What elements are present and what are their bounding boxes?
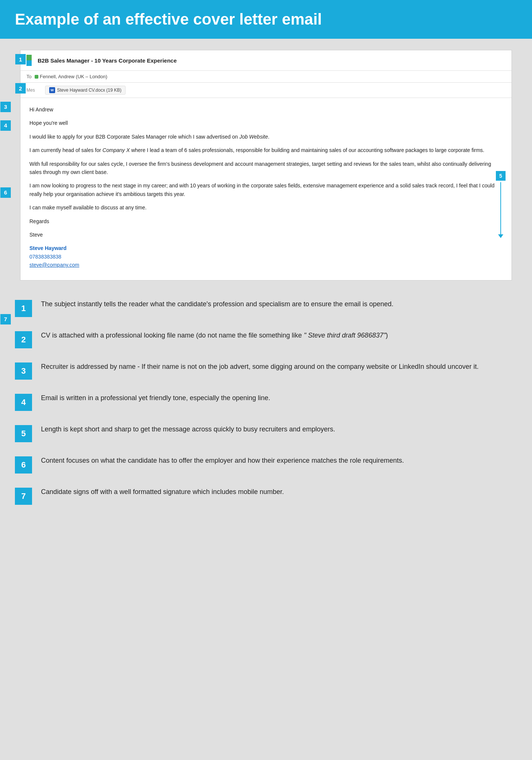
email-body: 3 Hi Andrew 4 Hope you're well I would l… <box>20 98 512 280</box>
email-para2: I am currently head of sales for Company… <box>29 146 503 154</box>
tip-item-7: 7 Candidate signs off with a well format… <box>15 487 517 505</box>
badge-5: 5 <box>496 171 506 181</box>
email-para4: I am now looking to progress to the next… <box>29 181 503 198</box>
tip-number-4: 4 <box>15 394 32 411</box>
recipient-dot <box>35 75 38 79</box>
word-icon: W <box>49 87 55 93</box>
tip-text-4: Email is written in a professional yet f… <box>41 393 270 403</box>
tip-number-1: 1 <box>15 300 32 317</box>
sig-phone: 07838383838 <box>29 253 503 261</box>
sig-name: Steve Hayward <box>29 244 503 252</box>
tip-number-6: 6 <box>15 456 32 474</box>
badge-6: 6 <box>0 187 11 198</box>
main-content: 1 B2B Sales Manager - 10 Years Corporate… <box>0 39 532 544</box>
recipient-name: Fennell, Andrew (UK – London) <box>40 74 107 79</box>
tip-item-6: 6 Content focuses on what the candidate … <box>15 456 517 474</box>
badge-4: 4 <box>0 120 11 131</box>
tip-text-5: Length is kept short and sharp to get th… <box>41 424 335 434</box>
email-signature: Steve Hayward 07838383838 steve@company.… <box>29 244 503 269</box>
tip-number-3: 3 <box>15 362 32 380</box>
tip-number-2: 2 <box>15 331 32 348</box>
email-to-row: To Fennell, Andrew (UK – London) <box>20 71 512 83</box>
tip-text-3: Recruiter is addressed by name - If thei… <box>41 362 479 372</box>
email-subject-row: B2B Sales Manager - 10 Years Corporate E… <box>20 50 512 71</box>
attachment-label: Mes <box>26 88 41 93</box>
email-attachment-row: Mes W Steve Hayward CV.docx (19 KB) <box>20 83 512 98</box>
email-greeting: Hi Andrew <box>29 105 503 114</box>
tip-text-1: The subject instantly tells the reader w… <box>41 299 393 309</box>
tip-number-7: 7 <box>15 488 32 505</box>
page-header: Example of an effective cover letter ema… <box>0 0 532 39</box>
badge-2: 2 <box>15 83 26 94</box>
attachment-filename: Steve Hayward CV.docx (19 KB) <box>57 88 121 93</box>
email-para5: I can make myself available to discuss a… <box>29 203 503 212</box>
scroll-arrow <box>498 234 503 238</box>
email-regards: Regards <box>29 217 503 225</box>
email-app-icon <box>26 55 32 66</box>
tip-item-2: 2 CV is attached with a professional loo… <box>15 330 517 348</box>
email-opening: Hope you're well <box>29 119 503 127</box>
scroll-line <box>500 182 501 234</box>
email-subject: B2B Sales Manager - 10 Years Corporate E… <box>38 57 177 64</box>
badge-3: 3 <box>0 102 11 112</box>
scroll-indicator: 5 <box>496 171 506 238</box>
tip-text-2: CV is attached with a professional looki… <box>41 330 388 341</box>
page-title: Example of an effective cover letter ema… <box>15 10 517 28</box>
tips-section: 1 The subject instantly tells the reader… <box>15 295 517 533</box>
tip-text-6: Content focuses on what the candidate ha… <box>41 456 404 466</box>
tip-text-7: Candidate signs off with a well formatte… <box>41 487 284 497</box>
sig-email: steve@company.com <box>29 261 503 269</box>
attachment-chip: W Steve Hayward CV.docx (19 KB) <box>45 86 126 95</box>
badge-7: 7 <box>0 314 11 324</box>
tip-item-4: 4 Email is written in a professional yet… <box>15 393 517 411</box>
badge-1: 1 <box>15 54 26 64</box>
email-para3: With full responsibility for our sales c… <box>29 160 503 177</box>
tip-item-1: 1 The subject instantly tells the reader… <box>15 299 517 317</box>
email-mockup: 1 B2B Sales Manager - 10 Years Corporate… <box>20 50 512 281</box>
tip-item-3: 3 Recruiter is addressed by name - If th… <box>15 362 517 380</box>
email-name: Steve <box>29 231 503 239</box>
tip-number-5: 5 <box>15 425 32 442</box>
email-para1: I would like to apply for your B2B Corpo… <box>29 133 503 141</box>
tip-item-5: 5 Length is kept short and sharp to get … <box>15 424 517 442</box>
to-label: To <box>26 74 32 79</box>
